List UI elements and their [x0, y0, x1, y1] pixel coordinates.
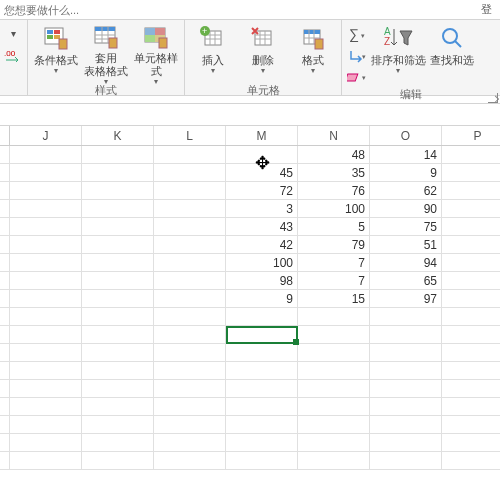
- cell[interactable]: [10, 236, 82, 253]
- cell[interactable]: [370, 326, 442, 343]
- tell-me-input[interactable]: [4, 4, 477, 16]
- cell[interactable]: 65: [370, 272, 442, 289]
- cell[interactable]: [82, 380, 154, 397]
- cell[interactable]: [82, 344, 154, 361]
- cell[interactable]: [154, 272, 226, 289]
- cell[interactable]: [154, 236, 226, 253]
- cell[interactable]: [154, 434, 226, 451]
- cell[interactable]: [82, 236, 154, 253]
- cell[interactable]: [10, 218, 82, 235]
- cell[interactable]: [10, 344, 82, 361]
- cell[interactable]: [154, 362, 226, 379]
- cell[interactable]: [298, 326, 370, 343]
- insert-button[interactable]: + 插入 ▾: [189, 22, 237, 82]
- cell[interactable]: 5: [298, 218, 370, 235]
- format-button[interactable]: 格式 ▾: [289, 22, 337, 82]
- cell[interactable]: 7: [298, 272, 370, 289]
- cell[interactable]: [154, 146, 226, 163]
- cell[interactable]: 100: [298, 200, 370, 217]
- clear-button[interactable]: ▾: [346, 66, 368, 86]
- cell[interactable]: [298, 452, 370, 469]
- cell[interactable]: [442, 434, 500, 451]
- cell[interactable]: [442, 164, 500, 181]
- cell[interactable]: 94: [370, 254, 442, 271]
- cell[interactable]: 97: [370, 290, 442, 307]
- sort-filter-button[interactable]: AZ 排序和筛选 ▾: [370, 22, 426, 82]
- cell[interactable]: [10, 452, 82, 469]
- cell[interactable]: [442, 308, 500, 325]
- cell[interactable]: [10, 254, 82, 271]
- column-header[interactable]: J: [10, 126, 82, 145]
- cell[interactable]: [370, 434, 442, 451]
- cell[interactable]: [154, 326, 226, 343]
- column-header[interactable]: P: [442, 126, 500, 145]
- cell[interactable]: 14: [370, 146, 442, 163]
- cell[interactable]: [154, 380, 226, 397]
- cell[interactable]: [82, 434, 154, 451]
- cell[interactable]: [82, 452, 154, 469]
- cell[interactable]: [226, 344, 298, 361]
- cell[interactable]: 79: [298, 236, 370, 253]
- cell[interactable]: 9: [370, 164, 442, 181]
- cell[interactable]: [154, 452, 226, 469]
- cell[interactable]: 9: [226, 290, 298, 307]
- cell[interactable]: [154, 290, 226, 307]
- cell[interactable]: [226, 308, 298, 325]
- cell[interactable]: [442, 452, 500, 469]
- autosum-button[interactable]: ∑▾: [346, 24, 368, 44]
- cell[interactable]: 75: [370, 218, 442, 235]
- cell[interactable]: [10, 290, 82, 307]
- cell[interactable]: [442, 146, 500, 163]
- cell[interactable]: [442, 254, 500, 271]
- cell[interactable]: 100: [226, 254, 298, 271]
- cell[interactable]: [82, 272, 154, 289]
- cell[interactable]: [370, 308, 442, 325]
- cell[interactable]: [154, 164, 226, 181]
- cell[interactable]: [226, 398, 298, 415]
- delete-button[interactable]: 删除 ▾: [239, 22, 287, 82]
- cell[interactable]: 35: [298, 164, 370, 181]
- cell[interactable]: [442, 416, 500, 433]
- cell[interactable]: [82, 326, 154, 343]
- cell[interactable]: [298, 362, 370, 379]
- cell[interactable]: [154, 182, 226, 199]
- cell[interactable]: [154, 308, 226, 325]
- cell[interactable]: [82, 308, 154, 325]
- cell[interactable]: [10, 272, 82, 289]
- format-as-table-button[interactable]: 套用 表格格式 ▾: [82, 22, 130, 82]
- cell[interactable]: [442, 236, 500, 253]
- cell[interactable]: [298, 308, 370, 325]
- cell[interactable]: [298, 380, 370, 397]
- cell[interactable]: [10, 398, 82, 415]
- cell[interactable]: [154, 200, 226, 217]
- cell[interactable]: [298, 416, 370, 433]
- cell[interactable]: [226, 452, 298, 469]
- column-header[interactable]: M: [226, 126, 298, 145]
- cell[interactable]: [154, 398, 226, 415]
- cell[interactable]: [10, 182, 82, 199]
- cell[interactable]: [370, 344, 442, 361]
- cell[interactable]: [370, 362, 442, 379]
- cell[interactable]: 72: [226, 182, 298, 199]
- cell[interactable]: [154, 218, 226, 235]
- cell[interactable]: [370, 380, 442, 397]
- cell[interactable]: [10, 434, 82, 451]
- cell-styles-button[interactable]: 单元格样式 ▾: [132, 22, 180, 82]
- cell[interactable]: [10, 146, 82, 163]
- cell[interactable]: [442, 344, 500, 361]
- cell[interactable]: [298, 344, 370, 361]
- cell[interactable]: [10, 326, 82, 343]
- cell[interactable]: 42: [226, 236, 298, 253]
- cell[interactable]: [10, 308, 82, 325]
- decimal-icon[interactable]: .00: [2, 46, 24, 64]
- cell[interactable]: [10, 416, 82, 433]
- cell[interactable]: [442, 272, 500, 289]
- cell[interactable]: 15: [298, 290, 370, 307]
- cell[interactable]: [442, 362, 500, 379]
- cell[interactable]: [370, 452, 442, 469]
- cell[interactable]: 7: [298, 254, 370, 271]
- cell[interactable]: [442, 200, 500, 217]
- cell[interactable]: [82, 182, 154, 199]
- cell[interactable]: [442, 380, 500, 397]
- column-header[interactable]: L: [154, 126, 226, 145]
